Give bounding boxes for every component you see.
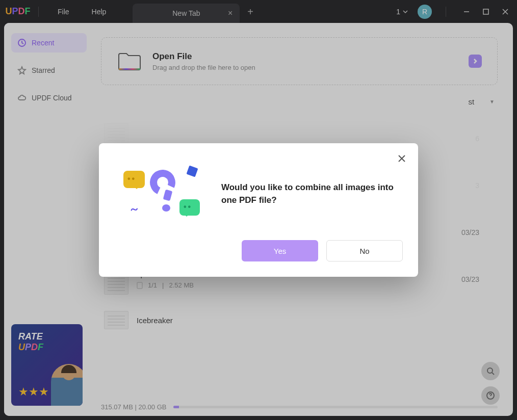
close-icon xyxy=(397,154,406,163)
dialog-message: Would you like to combine all images int… xyxy=(221,181,403,207)
dialog-close-button[interactable] xyxy=(396,152,408,165)
modal-overlay: •• •• ～ Would you like to combine all im… xyxy=(0,0,517,420)
combine-images-dialog: •• •• ～ Would you like to combine all im… xyxy=(99,143,418,277)
dialog-yes-button[interactable]: Yes xyxy=(242,240,318,261)
dialog-illustration: •• •• ～ xyxy=(114,166,206,222)
dialog-no-button[interactable]: No xyxy=(326,240,403,261)
